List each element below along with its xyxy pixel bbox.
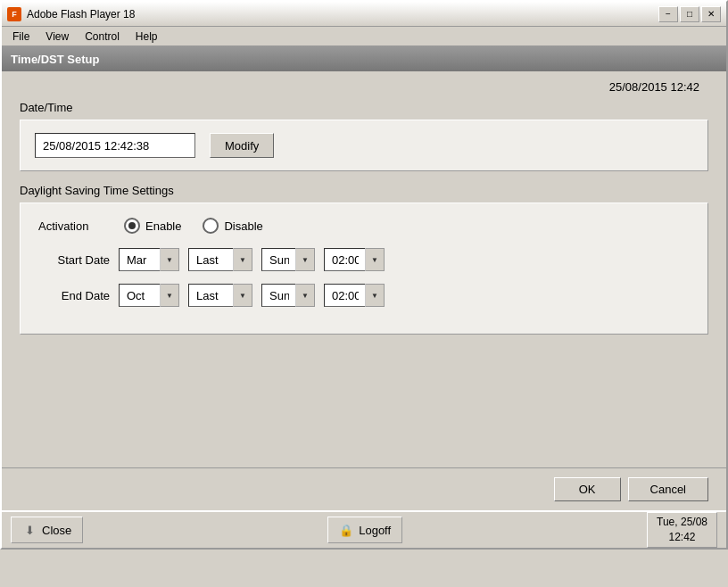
minimize-button[interactable]: − [658, 6, 678, 22]
disable-radio[interactable] [203, 218, 219, 234]
end-month-select[interactable]: JanFebMarApr MayJunJulAug SepOctNovDec [119, 284, 179, 307]
taskbar-close-label: Close [42, 524, 71, 537]
taskbar-logoff-label: Logoff [359, 524, 391, 537]
menu-control[interactable]: Control [78, 29, 127, 45]
datetime-section-label: Date/Time [20, 101, 708, 114]
disable-option[interactable]: Disable [203, 218, 262, 234]
taskbar-clock: Tue, 25/0812:42 [647, 512, 717, 548]
datetime-input[interactable] [35, 133, 195, 158]
dst-panel: Activation Enable Disable Start Date [20, 203, 708, 335]
start-time-select[interactable]: 00:0001:0002:00 03:0004:0005:00 [324, 248, 385, 271]
timestamp-display: 25/08/2015 12:42 [20, 80, 708, 94]
taskbar-close-button[interactable]: ⬇ Close [11, 517, 83, 543]
dst-section-label: Daylight Saving Time Settings [20, 184, 708, 197]
taskbar: ⬇ Close 🔒 Logoff Tue, 25/0812:42 [2, 510, 726, 548]
app-icon: F [7, 7, 21, 21]
end-date-label: End Date [38, 289, 110, 302]
enable-option[interactable]: Enable [124, 218, 181, 234]
start-month-select[interactable]: JanFebMarApr MayJunJulAug SepOctNovDec [119, 248, 179, 271]
enable-label: Enable [145, 219, 181, 233]
lock-icon: 🔒 [339, 523, 353, 537]
menu-help[interactable]: Help [128, 29, 165, 45]
activation-label: Activation [38, 219, 110, 233]
bottom-bar: OK Cancel [2, 467, 726, 510]
start-week-wrapper: 1st2nd3rd4thLast [188, 248, 252, 271]
end-time-wrapper: 00:0001:0002:00 03:0004:0005:00 [324, 284, 385, 307]
radio-group: Enable Disable [124, 218, 263, 234]
menu-file[interactable]: File [5, 29, 37, 45]
start-week-select[interactable]: 1st2nd3rd4thLast [188, 248, 252, 271]
end-week-wrapper: 1st2nd3rd4thLast [188, 284, 252, 307]
start-day-wrapper: SunMonTueWed ThuFriSat [261, 248, 315, 271]
restore-button[interactable]: □ [680, 6, 699, 22]
cancel-button[interactable]: Cancel [628, 477, 708, 501]
title-bar-controls: − □ ✕ [658, 6, 721, 22]
taskbar-logoff-button[interactable]: 🔒 Logoff [327, 517, 402, 543]
title-bar: F Adobe Flash Player 18 − □ ✕ [2, 2, 726, 27]
taskbar-datetime: Tue, 25/0812:42 [657, 516, 707, 543]
end-week-select[interactable]: 1st2nd3rd4thLast [188, 284, 252, 307]
start-date-row: Start Date JanFebMarApr MayJunJulAug Sep… [38, 248, 690, 271]
section-title-bar: Time/DST Setup [2, 46, 726, 71]
activation-row: Activation Enable Disable [38, 218, 690, 234]
window-title: Adobe Flash Player 18 [27, 8, 135, 21]
end-day-wrapper: SunMonTueWed ThuFriSat [261, 284, 315, 307]
modify-button[interactable]: Modify [210, 133, 274, 158]
end-date-row: End Date JanFebMarApr MayJunJulAug SepOc… [38, 284, 690, 307]
start-day-select[interactable]: SunMonTueWed ThuFriSat [261, 248, 315, 271]
menu-bar: File View Control Help [2, 27, 726, 46]
section-title: Time/DST Setup [11, 53, 99, 66]
enable-radio[interactable] [124, 218, 140, 234]
close-window-button[interactable]: ✕ [701, 6, 721, 22]
end-month-wrapper: JanFebMarApr MayJunJulAug SepOctNovDec [119, 284, 179, 307]
ok-button[interactable]: OK [554, 477, 621, 501]
taskbar-center: 🔒 Logoff [83, 517, 647, 543]
start-date-label: Start Date [38, 253, 110, 267]
menu-view[interactable]: View [38, 29, 76, 45]
close-arrow-icon: ⬇ [22, 523, 37, 537]
taskbar-left: ⬇ Close [11, 517, 83, 543]
start-month-wrapper: JanFebMarApr MayJunJulAug SepOctNovDec [119, 248, 179, 271]
disable-label: Disable [224, 219, 262, 233]
start-time-wrapper: 00:0001:0002:00 03:0004:0005:00 [324, 248, 385, 271]
datetime-panel: Modify [20, 120, 708, 171]
main-content: 25/08/2015 12:42 Date/Time Modify Daylig… [2, 71, 726, 343]
end-time-select[interactable]: 00:0001:0002:00 03:0004:0005:00 [324, 284, 385, 307]
end-day-select[interactable]: SunMonTueWed ThuFriSat [261, 284, 315, 307]
